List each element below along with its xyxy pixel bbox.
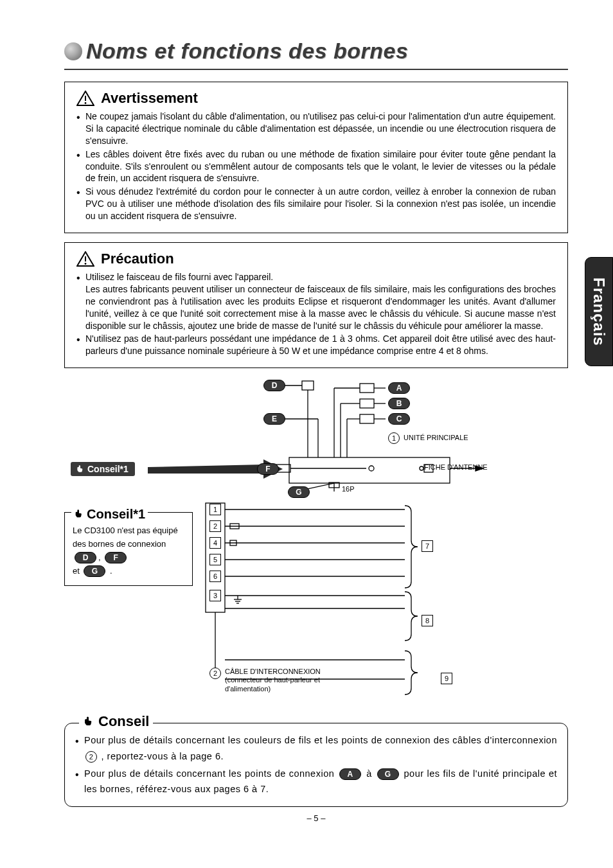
diagram-cable-label: CÂBLE D'INTERCONNEXION (connecteur de ha… <box>225 668 341 693</box>
warning-list: Ne coupez jamais l'isolant du câble d'al… <box>76 111 556 222</box>
note-pill-d: D <box>75 552 96 563</box>
conseil-tab: Conseil*1 <box>71 462 135 476</box>
page-title: Noms et fonctions des bornes <box>86 39 408 64</box>
diagram-num-2: 2 <box>209 520 221 532</box>
conseil-note-title: Conseil*1 <box>87 504 145 524</box>
diagram-pill-d: D <box>263 380 285 391</box>
diagram-num-6: 6 <box>209 571 221 582</box>
svg-rect-11 <box>360 414 374 423</box>
caution-item-line1: Utilisez le faisceau de fils fourni avec… <box>85 272 273 282</box>
svg-rect-9 <box>360 399 374 408</box>
diagram-pill-f: F <box>257 463 279 475</box>
caution-item: N'utilisez pas de haut-parleurs possédan… <box>76 333 556 357</box>
conseil-b2-mid: à <box>366 768 375 779</box>
diagram-pill-b: B <box>388 398 410 409</box>
diagram-label-16p: 16P <box>342 485 355 493</box>
conseil-box-title-row: Conseil <box>79 713 153 730</box>
conseil-box-item: Pour plus de détails concernant les coul… <box>75 732 557 764</box>
diagram-pill-a: A <box>388 382 410 394</box>
conseil-box-item: Pour plus de détails concernant les poin… <box>75 766 557 797</box>
hand-point-icon <box>76 465 85 474</box>
diagram-num-4: 4 <box>209 537 221 549</box>
diagram-num-1: 1 <box>209 504 221 515</box>
caution-item: Utilisez le faisceau de fils fourni avec… <box>76 271 556 332</box>
language-tab-label: Français <box>590 278 608 346</box>
conseil-note-title-row: Conseil*1 <box>71 504 148 524</box>
language-tab: Français <box>585 257 613 366</box>
diagram-num-9: 9 <box>441 673 452 684</box>
svg-point-2 <box>85 102 87 104</box>
diagram-num-5: 5 <box>209 554 221 565</box>
title-rule <box>64 69 568 70</box>
diagram-label-unit: UNITÉ PRINCIPALE <box>404 434 468 442</box>
conseil-tab-label: Conseil*1 <box>87 464 129 474</box>
note-pill-f: F <box>105 552 127 563</box>
conseil-note-et: et <box>73 566 80 576</box>
hand-point-icon <box>74 509 84 519</box>
conseil-circ-2: 2 <box>85 751 97 763</box>
conseil-box-title: Conseil <box>98 713 149 730</box>
warning-item: Les câbles doivent être fixés avec du ru… <box>76 148 556 185</box>
svg-point-29 <box>420 466 423 470</box>
page-number: – 5 – <box>64 813 568 823</box>
diagram-num-3: 3 <box>209 590 221 601</box>
diagram-pill-c: C <box>388 413 410 425</box>
caution-triangle-icon <box>76 251 94 267</box>
caution-item-rest: Les autres fabricants peuvent utiliser u… <box>85 283 556 332</box>
conseil-note-text-1: Le CD3100 n'est pas équipé des bornes de… <box>73 526 178 549</box>
svg-marker-47 <box>148 465 263 474</box>
caution-list: Utilisez le faisceau de fils fourni avec… <box>76 271 556 357</box>
diagram-pill-e: E <box>263 413 285 425</box>
warning-heading: Avertissement <box>101 90 198 107</box>
conseil-note-period: . <box>110 566 112 576</box>
warning-item: Ne coupez jamais l'isolant du câble d'al… <box>76 111 556 147</box>
warning-item: Si vous dénudez l'extrémité du cordon po… <box>76 186 556 222</box>
hand-point-icon <box>83 716 94 727</box>
warning-triangle-icon <box>76 91 94 106</box>
caution-heading: Précaution <box>101 251 174 267</box>
warning-box: Avertissement Ne coupez jamais l'isolant… <box>64 82 568 233</box>
caution-box: Précaution Utilisez le faisceau de fils … <box>64 242 568 368</box>
diagram-label-antenna: FICHE D'ANTENNE <box>424 463 488 472</box>
note-pill-g: G <box>84 565 105 577</box>
svg-point-26 <box>369 466 374 471</box>
svg-rect-19 <box>302 381 314 390</box>
diagram-pill-g: G <box>288 486 310 498</box>
conseil-box: Conseil Pour plus de détails concernant … <box>64 723 568 807</box>
diagram-num-7: 7 <box>422 540 433 552</box>
conseil-b2a: Pour plus de détails concernant les poin… <box>84 768 337 779</box>
svg-point-5 <box>85 263 87 265</box>
diagram-num-8: 8 <box>422 615 433 626</box>
conseil-b1b: , reportez-vous à la page 6. <box>102 751 224 761</box>
conseil-note-box: Conseil*1 Le CD3100 n'est pas équipé des… <box>64 512 193 586</box>
diagram-cable-l1: CÂBLE D'INTERCONNEXION <box>225 668 341 676</box>
wiring-diagram: D E A B C F G 1 UNITÉ PRINCIPALE FICHE D… <box>64 377 568 718</box>
conseil-pill-g: G <box>377 768 399 780</box>
conseil-pill-a: A <box>339 768 361 780</box>
diagram-cable-l2: (connecteur de haut-parleur et d'aliment… <box>225 676 341 693</box>
page-title-row: Noms et fonctions des bornes <box>64 39 568 64</box>
svg-rect-7 <box>360 384 374 393</box>
conseil-box-list: Pour plus de détails concernant les coul… <box>75 732 557 797</box>
conseil-b1a: Pour plus de détails concernant les coul… <box>84 735 557 745</box>
title-bullet-icon <box>64 42 82 60</box>
